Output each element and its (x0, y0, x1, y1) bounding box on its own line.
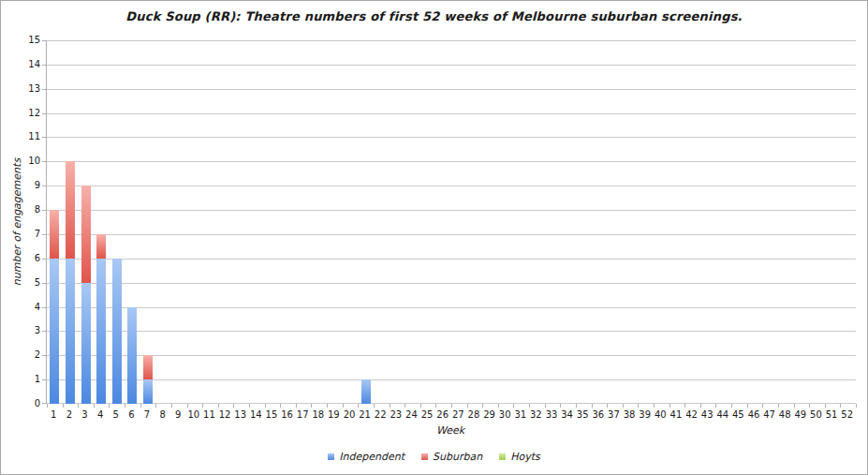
x-axis-tick-label: 38 (624, 409, 636, 420)
x-axis-tick (529, 404, 530, 408)
legend-item-suburban: Suburban (421, 451, 482, 463)
x-axis-tick-label: 40 (655, 409, 667, 420)
bar-week-1 (50, 210, 59, 404)
x-axis-tick-label: 51 (826, 409, 838, 420)
gridline (47, 89, 856, 90)
bar-segment-independent (96, 259, 106, 404)
x-axis-tick (794, 404, 795, 408)
y-axis-tick (42, 89, 47, 90)
y-axis-tick (42, 283, 47, 284)
y-axis-tick-label: 15 (1, 35, 40, 46)
x-axis-tick-label: 28 (468, 409, 480, 420)
x-axis-tick (390, 404, 390, 408)
x-axis-tick (435, 404, 436, 408)
plot-area (46, 40, 856, 404)
bar-segment-independent (112, 259, 122, 404)
bar-segment-suburban (66, 161, 75, 258)
y-axis-tick (42, 234, 47, 235)
x-axis-tick-label: 24 (405, 409, 418, 420)
x-axis-tick (249, 404, 250, 408)
x-axis-tick (654, 404, 655, 408)
y-axis-tick-label: 13 (1, 83, 40, 95)
x-axis-tick-label: 8 (159, 409, 165, 420)
x-axis-tick-label: 49 (794, 409, 806, 420)
chart-title: Duck Soup (RR): Theatre numbers of first… (1, 9, 867, 23)
x-axis-tick (171, 404, 172, 408)
x-axis-tick-label: 47 (763, 409, 775, 420)
y-axis-tick (42, 210, 47, 211)
gridline (47, 40, 856, 41)
x-axis-tick (623, 404, 624, 408)
x-axis-tick-label: 43 (701, 409, 714, 420)
x-axis-tick-label: 20 (344, 409, 356, 420)
y-axis-tick (42, 331, 47, 332)
x-axis-tick-label: 30 (499, 409, 511, 420)
y-axis-tick-label: 12 (1, 108, 40, 119)
x-axis-tick-label: 13 (234, 409, 246, 420)
x-axis-tick-label: 17 (297, 409, 309, 420)
x-axis-tick-label: 22 (375, 409, 387, 420)
x-axis-tick (358, 404, 359, 408)
y-axis-tick (42, 65, 47, 66)
gridline (47, 113, 856, 114)
x-axis-tick-label: 10 (187, 409, 199, 420)
chart: Duck Soup (RR): Theatre numbers of first… (0, 0, 868, 475)
gridline (47, 186, 856, 186)
y-axis-tick-label: 2 (1, 349, 40, 361)
y-axis-tick (42, 186, 47, 186)
x-axis-tick-label: 29 (483, 409, 495, 420)
x-axis-tick (592, 404, 593, 408)
x-axis-tick (265, 404, 266, 408)
y-axis-tick (42, 113, 47, 114)
x-axis-tick-label: 27 (452, 409, 464, 420)
legend-swatch-icon (421, 453, 428, 460)
legend: IndependentSuburbanHoyts (1, 451, 867, 463)
x-axis-tick (125, 404, 125, 408)
x-axis-tick-label: 33 (546, 409, 558, 420)
x-axis-tick (47, 404, 48, 408)
y-axis-tick (42, 161, 47, 162)
y-axis-tick-label: 3 (1, 325, 40, 336)
y-axis-tick-label: 4 (1, 302, 40, 313)
x-axis-tick-label: 21 (359, 409, 371, 420)
x-axis-tick-label: 45 (732, 409, 744, 420)
x-axis-tick (498, 404, 499, 408)
bar-week-4 (96, 234, 106, 404)
x-axis-tick-label: 26 (436, 409, 449, 420)
bar-week-5 (112, 259, 122, 404)
x-axis-tick-label: 39 (639, 409, 651, 420)
x-axis-tick-label: 35 (577, 409, 589, 420)
x-axis-tick-label: 34 (561, 409, 573, 420)
y-axis-tick (42, 137, 47, 138)
gridline (47, 161, 856, 162)
x-axis-title: Week (46, 424, 855, 437)
x-axis-tick-label: 11 (203, 409, 215, 420)
x-axis-tick-label: 25 (421, 409, 434, 420)
y-axis-tick (42, 259, 47, 260)
legend-item-hoyts: Hoyts (499, 451, 540, 463)
bar-week-2 (66, 161, 75, 404)
x-axis-tick (311, 404, 312, 408)
x-axis-tick (233, 404, 234, 408)
x-axis-tick-label: 5 (113, 409, 119, 420)
x-axis-tick (809, 404, 810, 408)
gridline (47, 307, 856, 308)
bar-segment-suburban (143, 355, 153, 379)
x-axis-tick (762, 404, 763, 408)
x-axis-tick (513, 404, 514, 408)
x-axis-tick-label: 4 (97, 409, 103, 420)
x-axis-tick-label: 41 (670, 409, 683, 420)
gridline (47, 137, 856, 138)
bar-segment-independent (143, 379, 153, 404)
x-axis-tick (576, 404, 577, 408)
legend-label: Hoyts (510, 451, 540, 463)
x-axis-tick (669, 404, 670, 408)
bar-segment-independent (66, 259, 75, 404)
bar-segment-independent (81, 283, 91, 404)
x-axis-tick (218, 404, 219, 408)
x-axis-tick (747, 404, 748, 408)
y-axis-tick (42, 307, 47, 308)
x-axis-tick-label: 12 (219, 409, 231, 420)
bar-segment-independent (361, 379, 371, 404)
x-axis-tick (63, 404, 64, 408)
